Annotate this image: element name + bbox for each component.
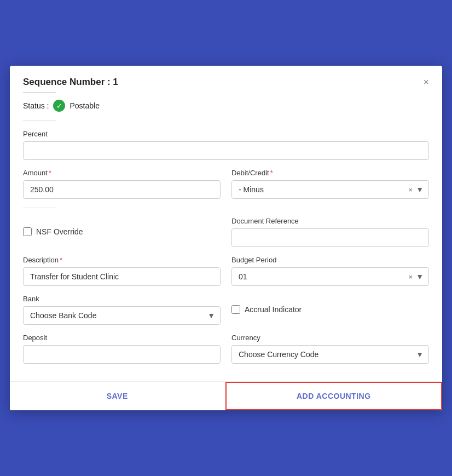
debit-credit-select[interactable]: - Minus + Plus xyxy=(231,180,429,199)
currency-wrapper: Choose Currency Code ▼ xyxy=(231,345,429,364)
bank-accrual-row: Bank Choose Bank Code ▼ Accrual Indicato… xyxy=(23,295,429,325)
deposit-currency-row: Deposit Currency Choose Currency Code ▼ xyxy=(23,334,429,364)
modal-header: Sequence Number : 1 × xyxy=(10,66,442,92)
budget-period-wrapper: 01 02 × ▼ xyxy=(231,267,429,286)
budget-period-select[interactable]: 01 02 xyxy=(231,267,429,286)
close-button[interactable]: × xyxy=(423,77,429,87)
accrual-checkbox-row: Accrual Indicator xyxy=(231,305,429,314)
section-divider-2 xyxy=(23,208,56,208)
percent-row: Percent xyxy=(23,130,429,160)
status-value: Postable xyxy=(69,101,99,110)
percent-input[interactable] xyxy=(23,141,429,160)
nsf-docref-row: NSF Override Document Reference xyxy=(23,217,429,247)
nsf-checkbox-row: NSF Override xyxy=(23,227,221,236)
status-label: Status : xyxy=(23,101,49,110)
deposit-group: Deposit xyxy=(23,334,221,364)
amount-group: Amount* xyxy=(23,169,221,199)
header-divider xyxy=(23,92,56,93)
nsf-label[interactable]: NSF Override xyxy=(36,227,83,236)
status-check-icon: ✓ xyxy=(53,100,65,112)
accrual-checkbox[interactable] xyxy=(231,305,240,314)
status-row: Status : ✓ Postable xyxy=(23,100,429,112)
description-group: Description* xyxy=(23,256,221,286)
percent-group: Percent xyxy=(23,130,429,160)
nsf-checkbox[interactable] xyxy=(23,227,32,236)
accrual-group: Accrual Indicator xyxy=(231,295,429,325)
debit-credit-clear[interactable]: × xyxy=(408,186,413,194)
deposit-label: Deposit xyxy=(23,334,221,342)
document-ref-group: Document Reference xyxy=(231,217,429,247)
document-ref-input[interactable] xyxy=(231,228,429,247)
bank-label: Bank xyxy=(23,295,221,303)
budget-period-group: Budget Period 01 02 × ▼ xyxy=(231,256,429,286)
currency-group: Currency Choose Currency Code ▼ xyxy=(231,334,429,364)
description-label: Description* xyxy=(23,256,221,264)
bank-group: Bank Choose Bank Code ▼ xyxy=(23,295,221,325)
currency-select[interactable]: Choose Currency Code xyxy=(231,345,429,364)
section-divider-1 xyxy=(23,121,56,121)
budget-period-clear[interactable]: × xyxy=(408,273,413,281)
deposit-input[interactable] xyxy=(23,345,221,364)
description-budget-row: Description* Budget Period 01 02 × ▼ xyxy=(23,256,429,286)
save-button[interactable]: SAVE xyxy=(10,382,225,410)
currency-label: Currency xyxy=(231,334,429,342)
debit-credit-wrapper: - Minus + Plus × ▼ xyxy=(231,180,429,199)
modal-footer: SAVE ADD ACCOUNTING xyxy=(10,381,442,410)
add-accounting-button[interactable]: ADD ACCOUNTING xyxy=(225,382,443,410)
modal-title: Sequence Number : 1 xyxy=(23,77,118,88)
accrual-label[interactable]: Accrual Indicator xyxy=(245,305,302,314)
amount-debitcredit-row: Amount* Debit/Credit* - Minus + Plus × ▼ xyxy=(23,169,429,199)
percent-label: Percent xyxy=(23,130,429,138)
amount-label: Amount* xyxy=(23,169,221,177)
debit-credit-label: Debit/Credit* xyxy=(231,169,429,177)
debit-credit-group: Debit/Credit* - Minus + Plus × ▼ xyxy=(231,169,429,199)
budget-period-label: Budget Period xyxy=(231,256,429,264)
amount-input[interactable] xyxy=(23,180,221,199)
modal-dialog: Sequence Number : 1 × Status : ✓ Postabl… xyxy=(10,66,442,410)
nsf-group: NSF Override xyxy=(23,217,221,247)
description-input[interactable] xyxy=(23,267,221,286)
modal-body: Status : ✓ Postable Percent Amount* Debi… xyxy=(10,100,442,381)
bank-wrapper: Choose Bank Code ▼ xyxy=(23,306,221,325)
bank-select[interactable]: Choose Bank Code xyxy=(23,306,221,325)
document-ref-label: Document Reference xyxy=(231,217,429,225)
